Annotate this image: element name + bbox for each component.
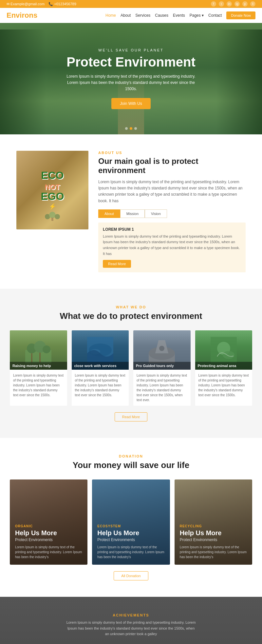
donation-cat-2: ECOSYSTEM xyxy=(97,524,164,528)
about-img-decoration xyxy=(43,208,62,223)
svg-rect-8 xyxy=(31,353,32,362)
what-title: What we do to protect environment xyxy=(10,311,252,321)
hero-description: Lorem Ipsum is simply dummy text of the … xyxy=(62,73,200,92)
service-card-2: close work with services Lorem Ipsum is … xyxy=(72,330,129,406)
about-content: ABOUT US Our main goal is to protect env… xyxy=(98,151,246,272)
svg-point-16 xyxy=(159,346,164,351)
facebook-icon[interactable]: f xyxy=(211,1,216,7)
tab-about[interactable]: About xyxy=(98,209,120,218)
donation-cat-1: ORGANIC xyxy=(15,524,82,528)
email-info: ✉ Example@gmail.com xyxy=(7,2,45,6)
eco-text: ECONOTEGO xyxy=(41,170,64,202)
nav-home[interactable]: Home xyxy=(105,13,116,18)
service-text-1: Lorem Ipsum is simply dummy text of the … xyxy=(10,370,67,401)
donation-card-1: ORGANIC Help Us More Protect Environment… xyxy=(10,479,87,565)
svg-point-7 xyxy=(43,345,50,353)
hero-right-trees xyxy=(216,29,262,134)
service-card-4: Protecting animal area Lorem Ipsum is si… xyxy=(195,330,253,406)
donation-text-1: Lorem Ipsum is simply dummy text of the … xyxy=(15,545,82,559)
services-read-more-container: Read More xyxy=(10,412,252,421)
service-image-2: close work with services xyxy=(72,330,129,370)
all-donation-button[interactable]: All Donation xyxy=(114,571,148,580)
hero-join-button[interactable]: Join With Us xyxy=(111,98,150,109)
navbar: Environs Home About Services Causes Even… xyxy=(0,8,262,23)
donation-all-btn-container: All Donation xyxy=(10,571,252,580)
what-label: WHAT WE DO xyxy=(10,305,252,309)
service-card-3: Pro Guided tours only Lorem Ipsum is sim… xyxy=(133,330,191,406)
about-tabs: About Mission Vision xyxy=(98,209,246,218)
donation-cat-3: RECYCLING xyxy=(180,524,247,528)
linkedin-icon[interactable]: in xyxy=(227,1,232,7)
service-image-1: Raising money to help xyxy=(10,330,67,370)
service-label-1: Raising money to help xyxy=(10,362,67,370)
donation-section: DONATION Your money will save our life O… xyxy=(0,438,262,597)
service-label-2: close work with services xyxy=(72,362,129,370)
nav-services[interactable]: Services xyxy=(135,13,150,18)
donation-text-3: Lorem Ipsum is simply dummy text of the … xyxy=(180,545,247,559)
service-image-4: Protecting animal area xyxy=(195,330,253,370)
svg-rect-9 xyxy=(39,353,41,362)
hero-dots xyxy=(125,127,137,130)
service-label-4: Protecting animal area xyxy=(195,362,253,370)
donation-title-1: Help Us More xyxy=(15,529,82,537)
nav-contact[interactable]: Contact xyxy=(208,13,222,18)
pinterest-icon[interactable]: p xyxy=(242,1,248,7)
hero-content: WE'LL SAVE OUR PLANET Protect Environmen… xyxy=(43,48,219,109)
nav-causes[interactable]: Causes xyxy=(155,13,168,18)
about-label: ABOUT US xyxy=(98,151,246,155)
about-read-more-button[interactable]: Read More xyxy=(103,260,131,268)
hero-dot-1[interactable] xyxy=(125,127,128,130)
about-section: ECONOTEGO ⚡ ABOUT US Our main goal is to… xyxy=(0,134,262,289)
hero-section: WE'LL SAVE OUR PLANET Protect Environmen… xyxy=(0,23,262,134)
top-bar: ✉ Example@gmail.com 📞 +0123456789 f t in… xyxy=(0,0,262,8)
top-bar-left: ✉ Example@gmail.com 📞 +0123456789 xyxy=(7,2,76,6)
donation-subtitle-1: Protect Environments xyxy=(15,537,82,542)
twitter-icon[interactable]: t xyxy=(219,1,224,7)
donation-subtitle-3: Protect Environments xyxy=(180,537,247,542)
what-section-header: WHAT WE DO What we do to protect environ… xyxy=(10,305,252,321)
service-image-3: Pro Guided tours only xyxy=(133,330,191,370)
hero-dot-2[interactable] xyxy=(130,127,132,130)
services-read-more-button[interactable]: Read More xyxy=(115,412,147,421)
about-description: Lorem Ipsum is simply dummy text of the … xyxy=(98,179,246,204)
service-label-3: Pro Guided tours only xyxy=(133,362,191,370)
what-we-do-section: WHAT WE DO What we do to protect environ… xyxy=(0,289,262,438)
social-icon-6[interactable]: li xyxy=(250,1,255,7)
donation-card-2: ECOSYSTEM Help Us More Protect Environme… xyxy=(92,479,170,565)
hero-title: Protect Environment xyxy=(62,55,200,69)
services-grid: Raising money to help Lorem Ipsum is sim… xyxy=(10,330,252,406)
achievements-label: ACHIEVEMENTS xyxy=(10,613,252,617)
service-text-4: Lorem Ipsum is simply dummy text of the … xyxy=(195,370,253,401)
donate-button[interactable]: Donate Now xyxy=(226,11,255,19)
nav-about[interactable]: About xyxy=(121,13,131,18)
hero-left-trees xyxy=(0,29,46,134)
svg-rect-3 xyxy=(51,218,53,221)
tab-vision[interactable]: Vision xyxy=(145,209,167,218)
svg-point-2 xyxy=(55,214,60,219)
achievements-section: ACHIEVEMENTS Lorem Ipsum is simply dummy… xyxy=(0,597,262,644)
tab-mission[interactable]: Mission xyxy=(120,209,145,218)
service-text-2: Lorem Ipsum is simply dummy text of the … xyxy=(72,370,129,401)
service-card-1: Raising money to help Lorem Ipsum is sim… xyxy=(10,330,67,406)
logo: Environs xyxy=(7,11,37,20)
about-box-title: LOREM IPSUM 1 xyxy=(103,227,241,232)
donation-grid: ORGANIC Help Us More Protect Environment… xyxy=(10,479,252,565)
donation-card-3: RECYCLING Help Us More Protect Environme… xyxy=(175,479,252,565)
nav-events[interactable]: Events xyxy=(173,13,185,18)
about-box-text: Lorem Ipsum is simply dummy text of the … xyxy=(103,234,241,257)
nav-pages[interactable]: Pages ▾ xyxy=(190,13,204,18)
donation-label: DONATION xyxy=(10,454,252,458)
achievements-description: Lorem Ipsum is simply dummy text of the … xyxy=(66,620,196,637)
svg-point-1 xyxy=(49,212,56,218)
donation-title-2: Help Us More xyxy=(97,529,164,537)
donation-title-3: Help Us More xyxy=(180,529,247,537)
nav-links: Home About Services Causes Events Pages … xyxy=(105,11,255,19)
donation-subtitle-2: Protect Environments xyxy=(97,537,164,542)
donation-text-2: Lorem Ipsum is simply dummy text of the … xyxy=(97,545,164,559)
hero-dot-3[interactable] xyxy=(134,127,137,130)
about-title: Our main goal is to protect environment xyxy=(98,157,246,175)
hero-subtitle: WE'LL SAVE OUR PLANET xyxy=(62,48,200,52)
donation-header: DONATION Your money will save our life xyxy=(10,454,252,470)
service-text-3: Lorem Ipsum is simply dummy text of the … xyxy=(133,370,191,406)
instagram-icon[interactable]: ig xyxy=(234,1,240,7)
